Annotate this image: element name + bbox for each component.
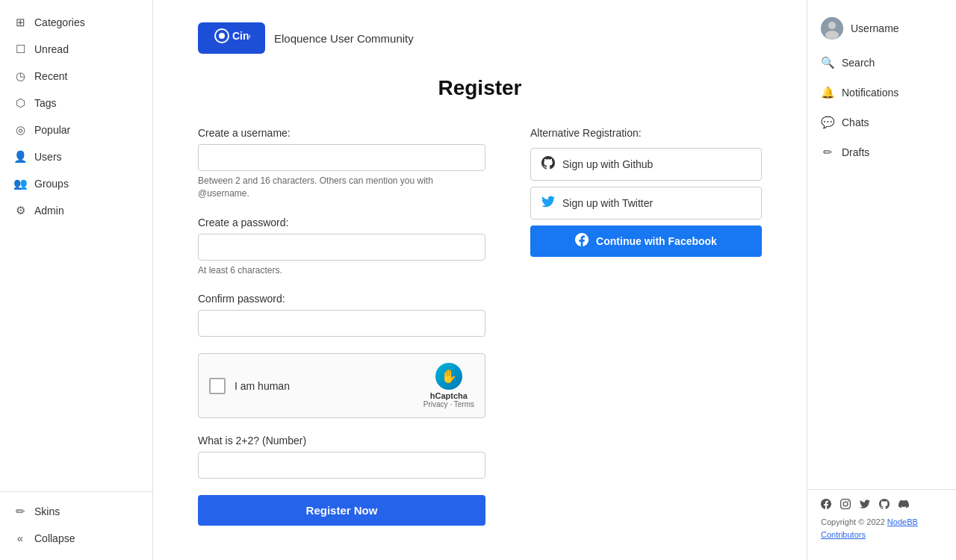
username-label: Create a username: — [198, 127, 485, 139]
facebook-signup-button[interactable]: Continue with Facebook — [530, 225, 762, 257]
sidebar-label-skins: Skins — [34, 505, 60, 517]
captcha-label: I am human — [235, 380, 290, 392]
sidebar-item-admin[interactable]: ⚙ Admin — [0, 197, 152, 224]
sidebar-item-recent[interactable]: ◷ Recent — [0, 63, 152, 90]
sidebar-label-popular: Popular — [34, 124, 70, 136]
svg-point-1 — [219, 33, 225, 39]
drafts-label: Drafts — [842, 146, 869, 158]
sidebar-item-popular[interactable]: ◎ Popular — [0, 116, 152, 143]
facebook-btn-label: Continue with Facebook — [596, 235, 717, 247]
sidebar-label-unread: Unread — [34, 43, 69, 55]
twitter-btn-label: Sign up with Twitter — [562, 197, 653, 209]
top-bar: Cincom Eloquence User Community — [198, 22, 762, 54]
confirm-password-input[interactable] — [198, 310, 485, 337]
main-content: Cincom Eloquence User Community Register… — [153, 0, 807, 560]
sidebar-item-tags[interactable]: ⬡ Tags — [0, 90, 152, 116]
bell-icon: 🔔 — [821, 86, 834, 99]
footer-github-icon[interactable] — [879, 499, 890, 511]
username-hint: Between 2 and 16 characters. Others can … — [198, 175, 485, 200]
admin-icon: ⚙ — [13, 204, 27, 217]
github-signup-button[interactable]: Sign up with Github — [530, 148, 762, 181]
captcha-checkbox[interactable] — [209, 378, 226, 394]
sidebar-label-admin: Admin — [34, 205, 64, 217]
logo-area: Cincom Eloquence User Community — [198, 22, 414, 54]
users-icon: 👤 — [13, 150, 27, 164]
twitter-icon — [541, 195, 555, 211]
github-btn-label: Sign up with Github — [562, 158, 653, 170]
sidebar-label-categories: Categories — [34, 16, 85, 28]
sidebar-item-users[interactable]: 👤 Users — [0, 143, 152, 170]
twitter-signup-button[interactable]: Sign up with Twitter — [530, 187, 762, 220]
popular-icon: ◎ — [13, 123, 27, 137]
password-group: Create a password: At least 6 characters… — [198, 217, 485, 277]
right-item-search[interactable]: 🔍 Search — [807, 48, 956, 78]
captcha-links: Privacy · Terms — [423, 400, 474, 408]
math-group: What is 2+2? (Number) — [198, 435, 485, 479]
logo-icon: Cincom — [213, 27, 250, 49]
chats-label: Chats — [842, 116, 869, 128]
drafts-icon: ✏ — [821, 146, 834, 159]
svg-point-4 — [828, 22, 836, 29]
register-title: Register — [198, 76, 762, 100]
password-label: Create a password: — [198, 217, 485, 228]
github-icon — [541, 156, 555, 172]
form-right: Alternative Registration: Sign up with G… — [530, 127, 762, 263]
footer-facebook-icon[interactable] — [821, 499, 831, 511]
footer-area: Copyright © 2022 NodeBB Contributors — [807, 489, 956, 551]
svg-text:Cincom: Cincom — [232, 30, 250, 42]
skins-icon: ✏ — [13, 505, 27, 518]
collapse-icon: « — [13, 532, 27, 544]
confirm-label: Confirm password: — [198, 293, 485, 305]
sidebar-label-users: Users — [34, 151, 62, 163]
username-label: Username — [851, 22, 899, 34]
sidebar-label-recent: Recent — [34, 70, 67, 82]
chat-icon: 💬 — [821, 116, 834, 129]
sidebar-item-categories[interactable]: ⊞ Categories — [0, 9, 152, 36]
password-input[interactable] — [198, 234, 485, 261]
footer-icons — [821, 499, 943, 511]
footer-instagram-icon[interactable] — [840, 499, 851, 511]
nodebb-link[interactable]: NodeBB Contributors — [821, 517, 918, 540]
recent-icon: ◷ — [13, 69, 27, 83]
notifications-label: Notifications — [842, 87, 898, 99]
captcha-box[interactable]: I am human ✋ hCaptcha Privacy · Terms — [198, 353, 485, 418]
right-item-notifications[interactable]: 🔔 Notifications — [807, 78, 956, 108]
sidebar-label-groups: Groups — [34, 178, 69, 190]
math-input[interactable] — [198, 452, 485, 479]
logo-box: Cincom — [198, 22, 265, 54]
form-columns: Create a username: Between 2 and 16 char… — [198, 127, 762, 526]
sidebar-item-unread[interactable]: ☐ Unread — [0, 36, 152, 63]
confirm-password-group: Confirm password: — [198, 293, 485, 337]
footer-copyright: Copyright © 2022 NodeBB Contributors — [821, 516, 943, 542]
right-item-username[interactable]: Username — [807, 9, 956, 48]
username-group: Create a username: Between 2 and 16 char… — [198, 127, 485, 200]
search-label: Search — [842, 57, 875, 69]
sidebar-label-tags: Tags — [34, 97, 57, 109]
hcaptcha-icon: ✋ — [435, 363, 462, 390]
footer-twitter-icon[interactable] — [860, 499, 870, 511]
username-input[interactable] — [198, 144, 485, 171]
right-item-drafts[interactable]: ✏ Drafts — [807, 137, 956, 167]
register-button[interactable]: Register Now — [198, 495, 485, 526]
right-item-chats[interactable]: 💬 Chats — [807, 108, 956, 137]
svg-point-5 — [825, 31, 839, 40]
sidebar-item-groups[interactable]: 👥 Groups — [0, 170, 152, 197]
sidebar-item-skins[interactable]: ✏ Skins — [0, 498, 152, 525]
search-icon: 🔍 — [821, 56, 834, 69]
sidebar-item-collapse[interactable]: « Collapse — [0, 525, 152, 551]
unread-icon: ☐ — [13, 43, 27, 56]
password-hint: At least 6 characters. — [198, 264, 485, 277]
footer-discord-icon[interactable] — [898, 499, 909, 511]
alt-reg-title: Alternative Registration: — [530, 127, 762, 139]
sidebar-label-collapse: Collapse — [34, 532, 75, 544]
form-left: Create a username: Between 2 and 16 char… — [198, 127, 485, 526]
captcha-logo: ✋ hCaptcha Privacy · Terms — [423, 363, 474, 408]
register-container: Register Create a username: Between 2 an… — [198, 76, 762, 526]
site-name: Eloquence User Community — [274, 32, 414, 45]
avatar — [821, 17, 843, 40]
math-label: What is 2+2? (Number) — [198, 435, 485, 447]
facebook-icon — [575, 233, 589, 249]
groups-icon: 👥 — [13, 177, 27, 190]
tags-icon: ⬡ — [13, 96, 27, 110]
captcha-left: I am human — [209, 378, 290, 394]
